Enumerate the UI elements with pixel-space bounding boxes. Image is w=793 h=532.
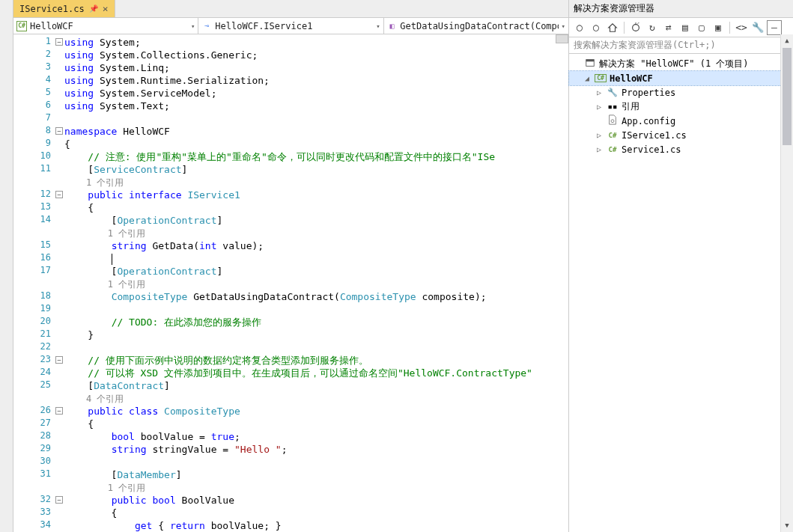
code-line[interactable]: [DataMember] [64, 468, 568, 481]
back-button[interactable]: ◯ [572, 20, 587, 35]
code-line[interactable]: { [64, 138, 568, 150]
code-line[interactable] [64, 252, 568, 265]
line-number: 34 [13, 519, 64, 532]
scroll-up-arrow[interactable]: ▲ [781, 34, 793, 47]
code-editor[interactable]: 1−2345678−9101112−1314151617181920212223… [13, 34, 568, 532]
line-number: 23− [13, 354, 64, 367]
code-line[interactable] [64, 341, 568, 354]
code-line[interactable]: using System.ServiceModel; [64, 87, 568, 100]
code-line[interactable]: [OperationContract] [64, 265, 568, 278]
solution-root-node[interactable]: 解决方案 "HelloWCF" (1 个项目) [569, 57, 793, 71]
line-number: 25 [13, 379, 64, 392]
vertical-scrollbar[interactable]: ▲ ▼ [780, 34, 793, 532]
tab-label: IService1.cs [19, 4, 85, 14]
expander-icon[interactable]: ▷ [595, 145, 604, 153]
code-line[interactable]: { [64, 201, 568, 214]
csharp-icon: C# [16, 21, 27, 31]
collapse-all-button[interactable]: ⇄ [661, 20, 676, 35]
code-line[interactable]: string GetData(int value); [64, 239, 568, 252]
auto-hide-button[interactable]: – [767, 20, 782, 35]
code-line[interactable]: [DataContract] [64, 379, 568, 392]
code-content[interactable]: using System;using System.Collections.Ge… [64, 34, 568, 532]
refresh-button[interactable]: ↻ [645, 20, 660, 35]
appconfig-node[interactable]: App.config [569, 114, 793, 128]
expander-icon[interactable]: ▷ [595, 131, 604, 139]
fold-toggle[interactable]: − [55, 38, 63, 46]
code-line[interactable]: public class CompositeType [64, 405, 568, 418]
document-tab[interactable]: IService1.cs 📌 × [13, 0, 115, 17]
references-node[interactable]: ▷ ▪▪ 引用 [569, 100, 793, 114]
code-line[interactable]: CompositeType GetDataUsingDataContract(C… [64, 290, 568, 303]
code-line[interactable]: [OperationContract] [64, 214, 568, 227]
line-number: 29 [13, 443, 64, 456]
code-line[interactable]: // 可以将 XSD 文件添加到项目中。在生成项目后，可以通过命名空间"Hell… [64, 367, 568, 379]
wrench-button[interactable]: 🔧 [750, 20, 765, 35]
line-number: 6 [13, 100, 64, 112]
document-tab-bar: IService1.cs 📌 × [13, 0, 568, 18]
member-label: GetDataUsingDataContract(Compo [400, 21, 558, 31]
code-line[interactable]: // 注意: 使用"重构"菜单上的"重命名"命令，可以同时更改代码和配置文件中的… [64, 150, 568, 163]
line-number: 17 [13, 265, 64, 278]
code-line[interactable]: [ServiceContract] [64, 163, 568, 176]
iservice-file-node[interactable]: ▷ C# IService1.cs [569, 128, 793, 142]
code-line[interactable]: { [64, 507, 568, 519]
code-line[interactable]: } [64, 328, 568, 341]
project-node[interactable]: ◢ C# HelloWCF [569, 71, 793, 85]
scope-dropdown[interactable]: C# HelloWCF ▾ [13, 18, 198, 34]
code-line[interactable]: using System.Runtime.Serialization; [64, 74, 568, 87]
line-number [13, 278, 64, 290]
type-dropdown[interactable]: ⊸ HelloWCF.IService1 ▾ [198, 18, 383, 34]
forward-button[interactable]: ◯ [589, 20, 604, 35]
view-code-button[interactable]: <> [734, 20, 749, 35]
code-line[interactable]: using System.Text; [64, 100, 568, 112]
code-line[interactable]: string stringValue = "Hello "; [64, 443, 568, 456]
split-handle[interactable] [556, 34, 568, 43]
code-line[interactable] [64, 303, 568, 316]
code-line[interactable]: get { return boolValue; } [64, 519, 568, 532]
scrollbar-thumb[interactable] [783, 48, 792, 145]
line-number: 4 [13, 74, 64, 87]
code-line[interactable]: public bool BoolValue [64, 494, 568, 507]
pin-icon[interactable]: 📌 [89, 4, 98, 13]
expander-icon[interactable]: ▷ [595, 103, 604, 111]
line-number: 28 [13, 430, 64, 443]
line-number: 5 [13, 87, 64, 100]
code-line[interactable]: 4 个引用 [64, 392, 568, 405]
code-line[interactable]: 1 个引用 [64, 278, 568, 290]
code-line[interactable]: 1 个引用 [64, 227, 568, 239]
code-line[interactable]: namespace HelloWCF [64, 125, 568, 138]
code-line[interactable]: { [64, 418, 568, 430]
interface-icon: ⊸ [201, 21, 212, 31]
code-line[interactable]: public interface IService1 [64, 189, 568, 201]
sync-button[interactable] [628, 20, 643, 35]
fold-toggle[interactable]: − [55, 407, 63, 415]
code-line[interactable]: using System.Linq; [64, 61, 568, 74]
close-icon[interactable]: × [103, 3, 109, 14]
code-line[interactable] [64, 112, 568, 125]
scroll-down-arrow[interactable]: ▼ [781, 519, 793, 532]
properties-button[interactable]: ▢ [694, 20, 709, 35]
fold-toggle[interactable]: − [55, 191, 63, 198]
code-line[interactable]: 1 个引用 [64, 481, 568, 494]
expander-icon[interactable]: ▷ [595, 88, 604, 97]
member-dropdown[interactable]: ◧ GetDataUsingDataContract(Compo ▾ [384, 18, 568, 34]
code-line[interactable]: using System; [64, 36, 568, 49]
code-line[interactable]: 1 个引用 [64, 176, 568, 189]
fold-toggle[interactable]: − [55, 127, 63, 135]
service-file-node[interactable]: ▷ C# Service1.cs [569, 142, 793, 156]
show-all-files-button[interactable]: ▤ [678, 20, 693, 35]
line-number: 13 [13, 201, 64, 214]
line-number: 7 [13, 112, 64, 125]
properties-node[interactable]: ▷ 🔧 Properties [569, 85, 793, 100]
solution-search-input[interactable]: 搜索解决方案资源管理器(Ctrl+;) [569, 37, 793, 54]
preview-selected-button[interactable]: ▣ [711, 20, 726, 35]
code-line[interactable]: bool boolValue = true; [64, 430, 568, 443]
expander-icon[interactable]: ◢ [583, 74, 592, 82]
fold-toggle[interactable]: − [55, 356, 63, 364]
code-line[interactable] [64, 456, 568, 468]
code-line[interactable]: using System.Collections.Generic; [64, 49, 568, 61]
fold-toggle[interactable]: − [55, 496, 63, 504]
home-button[interactable] [605, 20, 620, 35]
code-line[interactable]: // TODO: 在此添加您的服务操作 [64, 316, 568, 328]
code-line[interactable]: // 使用下面示例中说明的数据约定将复合类型添加到服务操作。 [64, 354, 568, 367]
